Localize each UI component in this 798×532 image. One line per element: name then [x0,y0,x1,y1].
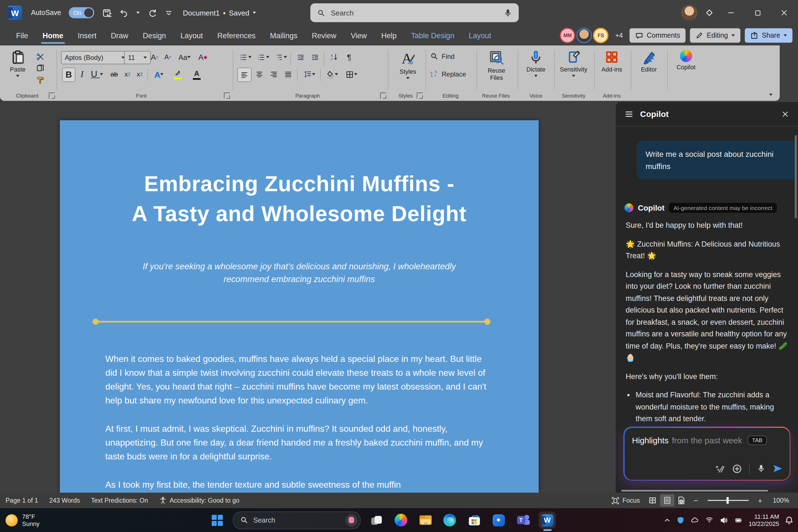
styles-button[interactable]: A Styles [392,50,423,79]
panel-menu-icon[interactable] [625,110,633,118]
word-taskbar-button[interactable]: W [539,512,556,529]
task-view-button[interactable] [368,512,385,529]
focus-mode-button[interactable]: Focus [606,493,646,508]
justify-button[interactable] [282,68,295,81]
search-input[interactable]: Search [310,3,519,22]
comments-button[interactable]: Comments [629,28,686,43]
undo-icon[interactable] [119,8,129,17]
document-page[interactable]: Embracing Zucchini Muffins - A Tasty and… [60,120,539,493]
store-button[interactable] [466,512,483,529]
font-size-select[interactable]: 11 [124,51,151,64]
zoom-slider[interactable] [707,500,748,501]
collapse-ribbon-icon[interactable] [766,91,776,99]
shading-button[interactable] [324,68,340,81]
editor-button[interactable]: Editor [634,50,664,73]
grow-font-button[interactable]: A˄ [149,51,161,63]
paragraph-dialog-launcher[interactable] [380,93,386,99]
tab-help[interactable]: Help [374,25,404,45]
sensitivity-button[interactable]: Sensitivity [556,50,591,77]
increase-indent-button[interactable] [308,51,321,63]
tab-design[interactable]: Design [135,25,173,45]
addins-button[interactable]: Add-ins [596,50,627,73]
change-case-button[interactable]: Aa [177,51,192,63]
editing-mode-button[interactable]: Editing [690,28,740,43]
copy-button[interactable] [33,63,46,74]
dictate-button[interactable]: Dictate [521,50,551,77]
copilot-app-button[interactable] [392,512,410,529]
align-left-button[interactable] [237,68,252,82]
accessibility-status[interactable]: Accessibility: Good to go [153,493,245,508]
wifi-icon[interactable] [705,516,714,524]
clear-formatting-button[interactable]: A◆ [196,51,209,63]
premium-diamond-icon[interactable] [705,8,714,17]
mic-icon[interactable] [504,8,512,17]
copilot-ribbon-button[interactable]: Copilot [670,50,702,71]
font-color-button[interactable]: A [188,66,205,82]
onedrive-icon[interactable] [690,516,699,524]
tab-table-design[interactable]: Table Design [404,25,462,45]
customize-toolbar-icon[interactable] [165,8,173,17]
weather-widget[interactable]: 78°FSunny [5,513,39,527]
numbered-list-button[interactable]: 123 [255,51,270,63]
bullet-list-button[interactable] [237,51,253,63]
word-app-icon[interactable]: W [8,5,22,20]
battery-icon[interactable] [734,517,743,524]
close-button[interactable] [775,0,794,25]
rewrite-prompt-icon[interactable] [715,463,725,474]
undo-dropdown-icon[interactable] [136,12,140,14]
underline-button[interactable]: U [89,68,105,81]
collaborator-avatar-mm[interactable]: MM [560,28,575,43]
save-icon[interactable] [102,8,111,17]
highlight-color-button[interactable] [170,66,186,82]
format-painter-button[interactable] [33,74,46,86]
security-tray-icon[interactable] [677,516,684,524]
tab-references[interactable]: References [210,25,263,45]
decrease-indent-button[interactable] [294,51,307,63]
subscript-button[interactable]: x2 [122,68,133,81]
tab-insert[interactable]: Insert [71,25,104,45]
find-button[interactable]: Find [430,52,455,60]
tab-home[interactable]: Home [36,25,71,45]
print-layout-button[interactable] [660,494,674,507]
web-layout-button[interactable] [674,494,688,507]
clipboard-dialog-launcher[interactable] [49,93,55,99]
text-effects-button[interactable]: A [151,68,167,81]
hidden-icons-chevron[interactable] [663,516,671,524]
collaborator-avatar-photo[interactable] [576,28,592,43]
sparkle-app-button[interactable]: ✦ [490,512,507,529]
tab-table-layout[interactable]: Layout [462,25,498,45]
taskbar-search[interactable]: Search [233,511,361,529]
tab-draw[interactable]: Draw [103,25,135,45]
redo-icon[interactable] [147,8,157,17]
edge-button[interactable] [441,512,458,529]
voice-input-icon[interactable] [757,464,765,473]
replace-button[interactable]: bcReplace [430,70,466,78]
align-right-button[interactable] [267,68,280,81]
more-collaborators[interactable]: +4 [615,32,623,39]
tab-file[interactable]: File [9,25,36,45]
line-spacing-button[interactable] [300,68,318,81]
share-button[interactable]: Share [744,28,793,43]
clock[interactable]: 11:11 AM10/22/2025 [749,513,779,527]
volume-icon[interactable] [719,516,728,524]
minimize-button[interactable] [722,0,740,25]
multilevel-list-button[interactable]: 1ai [273,51,288,63]
show-formatting-button[interactable]: ¶ [344,51,355,63]
document-title[interactable]: Document1 • Saved [183,0,256,25]
paste-button[interactable]: Paste [5,50,30,77]
italic-button[interactable]: I [76,68,88,81]
maximize-button[interactable] [748,0,767,25]
panel-scrollbar[interactable] [795,135,797,218]
styles-dialog-launcher[interactable] [417,93,423,99]
zoom-out-button[interactable]: − [688,494,703,507]
borders-button[interactable] [342,68,360,81]
tab-review[interactable]: Review [305,25,344,45]
send-icon[interactable] [772,463,783,474]
bold-button[interactable]: B [62,68,75,82]
zoom-level[interactable]: 100% [767,493,795,508]
strikethrough-button[interactable]: ab [108,68,121,81]
tab-mailings[interactable]: Mailings [263,25,305,45]
zoom-in-button[interactable]: + [753,494,767,507]
superscript-button[interactable]: x2 [134,68,145,81]
panel-close-icon[interactable] [781,110,789,118]
